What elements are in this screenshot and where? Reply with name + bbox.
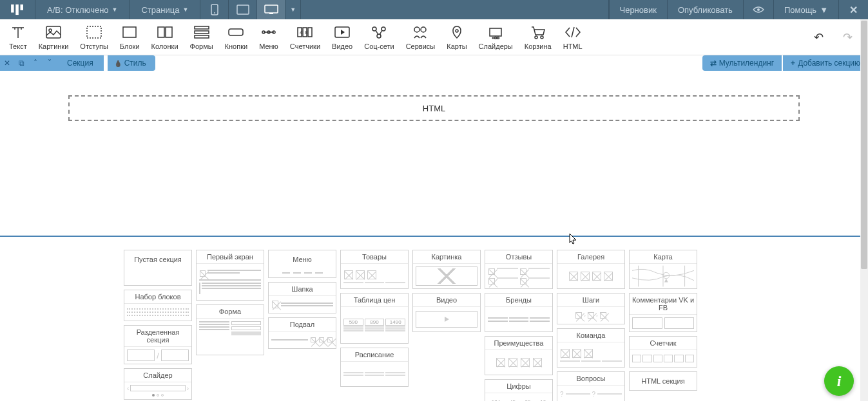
svg-rect-14 [166,27,172,37]
device-mobile[interactable] [200,0,229,19]
blk-reviews[interactable]: Отзывы [485,250,553,289]
publish-button[interactable]: Опубликовать [667,0,743,19]
blk-map[interactable]: Карта [629,250,697,289]
svg-point-39 [541,36,543,39]
svg-rect-34 [490,28,501,36]
blk-html-section[interactable]: HTML секция [629,371,697,391]
blk-menu[interactable]: Меню [268,250,336,278]
page-dropdown[interactable]: Страница▼ [130,0,200,19]
section-up[interactable]: ˄ [28,55,43,71]
blk-header[interactable]: Шапка [268,282,336,313]
blk-comments[interactable]: Комментарии VK и FB [629,293,697,332]
tool-spacing[interactable]: Отступы [80,24,108,50]
blk-block-set[interactable]: Набор блоков [124,290,192,321]
blk-pricing[interactable]: Таблица цен5908901490 [340,293,409,344]
svg-rect-1 [15,5,19,15]
page-label: Страница [141,5,179,15]
blk-schedule[interactable]: Расписание [340,348,409,387]
tool-video[interactable]: Видео [332,24,352,50]
preview-button[interactable] [743,0,773,19]
section-close[interactable]: ✕ [0,55,14,71]
tool-columns[interactable]: Колонки [151,24,178,50]
svg-point-35 [492,37,494,39]
svg-point-10 [49,29,52,32]
context-bar: ✕ ⧉ ˄ ˅ Секция Стиль Мультилендинг +Доба… [0,55,868,71]
blk-steps[interactable]: Шаги›› [557,293,625,324]
svg-point-37 [497,37,499,39]
blk-faq[interactable]: Вопросы?? [557,371,625,401]
blk-team[interactable]: Команда [557,328,625,368]
blk-numbers[interactable]: Цифры124458918 [485,379,553,401]
tool-blocks[interactable]: Блоки [120,24,140,50]
blk-slider[interactable]: Слайдер‹› [124,368,192,400]
redo-button[interactable]: ↷ [843,30,853,44]
blk-features[interactable]: Преимущества [485,336,553,375]
blk-image[interactable]: Картинка [412,250,481,289]
svg-rect-15 [195,26,209,29]
tool-counters[interactable]: 48Счетчики [290,24,320,50]
blk-gallery[interactable]: Галерея [557,250,625,289]
svg-rect-2 [21,5,24,10]
tool-sliders[interactable]: Слайдеры [479,24,513,50]
style-button[interactable]: Стиль [108,55,155,71]
tool-maps[interactable]: Карты [447,24,467,50]
tools-row: Текст Картинки Отступы Блоки Колонки Фор… [0,19,868,55]
svg-point-33 [456,30,458,32]
svg-point-32 [421,27,426,32]
multilanding-button[interactable]: Мультилендинг [702,55,782,71]
device-more[interactable]: ▼ [285,0,301,19]
svg-point-30 [377,34,381,38]
tool-text[interactable]: Текст [9,24,27,50]
svg-point-38 [535,36,537,39]
svg-point-8 [757,8,760,11]
add-section-button[interactable]: +Добавить секцию [783,55,868,71]
section-name: Секция [57,55,104,71]
blk-split-section[interactable]: Разделенная секция/ [124,325,192,364]
tool-images[interactable]: Картинки [39,24,69,50]
svg-rect-7 [269,13,273,14]
section-copy[interactable]: ⧉ [14,55,28,71]
info-icon: i [837,373,842,390]
device-group: ▼ [200,0,301,19]
svg-rect-5 [237,5,249,14]
ab-label: A/B: Отключено [47,5,109,15]
tool-html[interactable]: HTML [563,24,583,50]
svg-rect-13 [158,27,164,37]
close-button[interactable]: ✕ [838,0,868,19]
blk-hero[interactable]: Первый экран [196,250,264,301]
tool-services[interactable]: Сервисы [406,24,436,50]
html-widget[interactable]: HTML [68,95,800,121]
close-icon: ✕ [849,4,858,16]
help-dropdown[interactable]: Помощь▼ [773,0,838,19]
device-desktop[interactable] [257,0,285,19]
svg-point-31 [414,27,420,32]
undo-button[interactable]: ↶ [814,30,824,44]
blk-counter[interactable]: Счетчик [629,336,697,368]
blk-empty-section[interactable]: Пустая секция [124,250,192,286]
blk-video[interactable]: Видео [412,293,481,332]
tool-menu[interactable]: Меню [259,24,278,50]
scrollbar[interactable] [860,19,868,401]
tool-cart[interactable]: Корзина [525,24,552,50]
tool-buttons[interactable]: Кнопки [225,24,248,50]
info-button[interactable]: i [824,366,854,396]
logo[interactable] [0,0,35,19]
block-library: Пустая секция Набор блоков Разделенная с… [0,237,868,401]
tool-social[interactable]: Соц-сети [364,24,394,50]
svg-rect-24 [308,28,312,37]
canvas[interactable]: HTML [0,71,868,237]
svg-point-4 [214,12,215,14]
svg-rect-17 [195,35,209,38]
blk-footer[interactable]: Подвал [268,317,336,349]
ab-toggle[interactable]: A/B: Отключено▼ [35,0,130,19]
svg-rect-12 [123,27,136,37]
draft-status: Черновик [609,0,667,19]
tool-forms[interactable]: Формы [190,24,213,50]
svg-rect-18 [229,29,243,35]
blk-brands[interactable]: Бренды [485,293,553,332]
section-down[interactable]: ˅ [43,55,57,71]
scrollbar-thumb[interactable] [861,21,867,269]
blk-form[interactable]: Форма [196,304,264,355]
device-tablet[interactable] [229,0,257,19]
blk-products[interactable]: Товары [340,250,409,289]
